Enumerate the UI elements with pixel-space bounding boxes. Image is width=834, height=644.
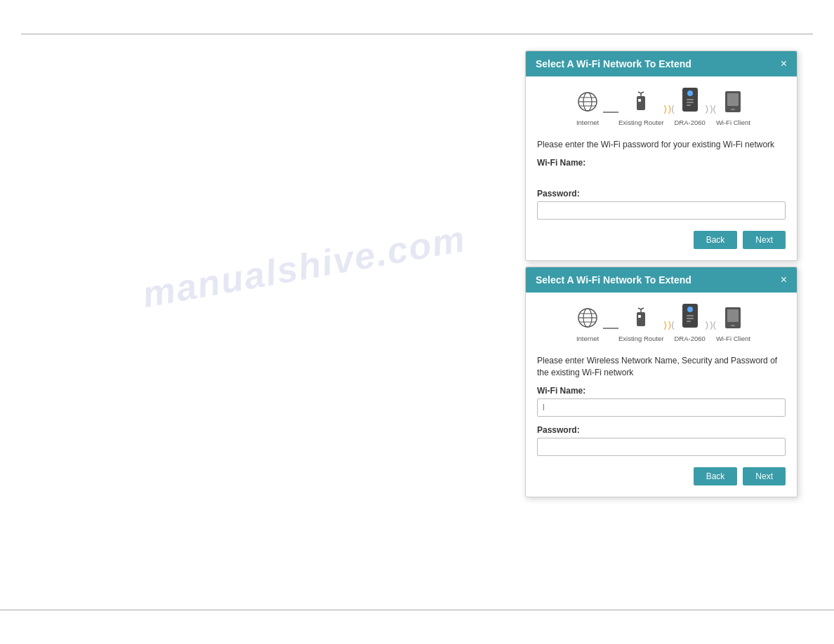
dialog2-password-input[interactable]	[537, 438, 786, 456]
dialog1-title: Select A Wi-Fi Network To Extend	[536, 58, 691, 69]
dialog1-wifi-name-label: Wi-Fi Name:	[537, 158, 786, 168]
dialog2-wifi-waves-right: ) )	[663, 319, 671, 342]
dialog2-footer: Back Next	[537, 467, 786, 485]
dialog2-title: Select A Wi-Fi Network To Extend	[536, 274, 691, 286]
dialog1-wifi-waves-right: ) )	[663, 103, 671, 126]
dialog2-globe-icon	[576, 307, 599, 332]
svg-point-31	[687, 307, 693, 312]
dialog2-connector1	[603, 327, 618, 342]
dialog1-client-icon-group: Wi-Fi Client	[716, 90, 750, 126]
dialog2-close-button[interactable]: ×	[781, 274, 787, 286]
svg-rect-37	[731, 325, 735, 326]
dialog1-close-button[interactable]: ×	[781, 58, 787, 69]
svg-line-27	[638, 308, 641, 309]
dialog1-network-diagram: Internet Existing Router	[537, 86, 786, 130]
svg-rect-36	[727, 309, 739, 322]
svg-rect-6	[637, 96, 645, 110]
wave-grey-icon-2: )	[706, 103, 708, 114]
top-border	[21, 34, 813, 34]
dialog2-client-icon-group: Wi-Fi Client	[716, 307, 750, 342]
dialog1-router-label: Existing Router	[618, 119, 663, 126]
wifi-client-icon	[724, 90, 741, 116]
svg-rect-14	[687, 102, 694, 103]
dialog1-wifi-name-value	[537, 170, 786, 182]
dialog2-wave-grey-2: )	[706, 319, 708, 330]
svg-point-12	[687, 90, 693, 96]
svg-rect-10	[638, 99, 641, 102]
dialog2-dra-label: DRA-2060	[674, 335, 705, 342]
dialog2-wifi-waves-right2: ) )	[706, 319, 713, 342]
dialog2-router-icon	[630, 307, 652, 332]
dialog2-internet-label: Internet	[576, 335, 599, 342]
dialog1-header: Select A Wi-Fi Network To Extend ×	[526, 51, 797, 76]
dialog2-next-button[interactable]: Next	[743, 467, 786, 485]
dialog1-router-icon-group: Existing Router	[618, 90, 663, 126]
dra-icon	[681, 86, 699, 116]
svg-rect-29	[638, 315, 641, 318]
globe-icon	[576, 90, 599, 116]
dialog1-back-button[interactable]: Back	[694, 231, 738, 249]
svg-rect-17	[727, 93, 739, 106]
svg-rect-34	[687, 321, 691, 322]
svg-line-28	[641, 308, 644, 309]
dialog1-dra-icon-group: DRA-2060	[674, 86, 705, 126]
router-icon	[630, 90, 652, 116]
wave-icon-1: )	[663, 103, 666, 114]
dialog1-body: Internet Existing Router	[526, 76, 797, 260]
dialog2-router-label: Existing Router	[618, 335, 663, 342]
dialog1-next-button[interactable]: Next	[743, 231, 786, 249]
dialog1-wifi-waves-right2: ) )	[706, 103, 713, 126]
dialog1-footer: Back Next	[537, 231, 786, 249]
bottom-border	[0, 610, 834, 610]
dialog2-wifi-name-input[interactable]	[537, 398, 786, 417]
svg-line-9	[641, 92, 644, 93]
dialog2: Select A Wi-Fi Network To Extend × Inter…	[525, 267, 797, 497]
dialog2-wave-1: )	[663, 319, 666, 330]
svg-rect-32	[687, 315, 694, 316]
dialog2-back-button[interactable]: Back	[694, 467, 738, 485]
svg-rect-15	[687, 105, 691, 106]
dialog1-connector1	[603, 111, 618, 126]
dialog2-dra-icon	[681, 302, 699, 332]
dialog2-network-diagram: Internet Existing Router )	[537, 302, 786, 347]
dialog1-client-label: Wi-Fi Client	[716, 119, 750, 126]
dialog2-wifi-client-icon	[724, 307, 741, 332]
dialog2-description: Please enter Wireless Network Name, Secu…	[537, 355, 786, 379]
watermark: manualshive.com	[139, 217, 469, 316]
svg-rect-33	[687, 318, 694, 319]
dialog2-router-icon-group: Existing Router	[618, 307, 663, 342]
dialog2-wifi-name-label: Wi-Fi Name:	[537, 386, 786, 396]
dialog2-internet-icon-group: Internet	[572, 307, 603, 342]
svg-rect-13	[687, 99, 694, 100]
svg-line-8	[638, 92, 641, 93]
dialog1-internet-icon-group: Internet	[572, 90, 603, 126]
dialog2-client-label: Wi-Fi Client	[716, 335, 750, 342]
dialog1-internet-label: Internet	[576, 119, 599, 126]
dialog2-header: Select A Wi-Fi Network To Extend ×	[526, 267, 797, 293]
dialog1-password-label: Password:	[537, 189, 786, 199]
dialog2-dra-icon-group: DRA-2060	[674, 302, 705, 342]
dialog1-description: Please enter the Wi-Fi password for your…	[537, 139, 786, 151]
svg-rect-25	[637, 312, 645, 326]
svg-rect-18	[731, 109, 735, 110]
dialog2-body: Internet Existing Router )	[526, 293, 797, 497]
dialog1: Select A Wi-Fi Network To Extend × Inter…	[525, 51, 797, 261]
dialog2-password-label: Password:	[537, 425, 786, 435]
dialog1-password-input[interactable]	[537, 201, 786, 220]
dialog1-dra-label: DRA-2060	[674, 119, 705, 126]
